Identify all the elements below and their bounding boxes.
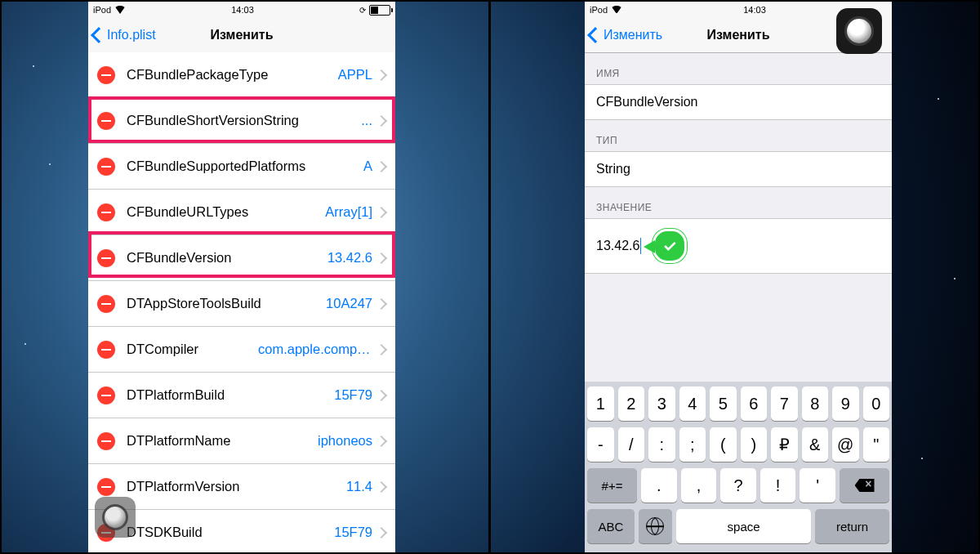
key-;[interactable]: ;: [679, 427, 706, 462]
back-button[interactable]: Info.plist: [93, 28, 156, 42]
chevron-right-icon: [376, 389, 387, 400]
plist-row[interactable]: CFBundleSupportedPlatformsA: [88, 144, 395, 190]
plist-key: DTAppStoreToolsBuild: [127, 296, 261, 311]
lock-icon: ⟳: [359, 6, 366, 15]
key-delete[interactable]: [840, 468, 889, 503]
nav-bar: Info.plist Изменить: [88, 18, 395, 53]
key-mode[interactable]: #+=: [587, 468, 637, 503]
key-abc[interactable]: ABC: [587, 509, 635, 543]
key-/[interactable]: /: [618, 427, 645, 462]
key-space[interactable]: space: [676, 509, 811, 543]
plist-value: 15F79: [334, 525, 372, 540]
key-)[interactable]: ): [741, 427, 768, 462]
delete-icon[interactable]: [97, 203, 115, 221]
key-globe[interactable]: [639, 509, 672, 543]
key-7[interactable]: 7: [771, 386, 798, 421]
name-field[interactable]: CFBundleVersion: [585, 84, 892, 120]
plist-key: DTSDKBuild: [127, 525, 203, 540]
type-field[interactable]: String: [585, 151, 892, 187]
key-3[interactable]: 3: [648, 386, 675, 421]
plist-row[interactable]: DTCompilercom.apple.compil...: [88, 327, 395, 373]
plist-row[interactable]: DTAppStoreToolsBuild10A247: [88, 281, 395, 327]
key-![interactable]: !: [760, 468, 796, 503]
delete-icon[interactable]: [97, 66, 115, 84]
key-.[interactable]: .: [641, 468, 677, 503]
value-field[interactable]: 13.42.6: [585, 218, 892, 274]
plist-value: 10A247: [326, 296, 372, 311]
plist-key: CFBundleURLTypes: [127, 204, 248, 220]
delete-icon: [855, 479, 875, 492]
wifi-icon: [114, 6, 126, 14]
plist-row[interactable]: CFBundleURLTypesArray[1]: [88, 190, 395, 235]
plist-row[interactable]: CFBundleVersion13.42.6: [88, 235, 395, 281]
plist-value: com.apple.compil...: [258, 342, 372, 357]
section-header-name: ИМЯ: [585, 53, 892, 84]
plist-value: Array[1]: [325, 204, 372, 220]
plist-key: DTCompiler: [127, 342, 198, 357]
chevron-right-icon: [376, 160, 387, 172]
plist-key: DTPlatformName: [127, 433, 230, 449]
delete-icon[interactable]: [97, 432, 115, 450]
keyboard: 1234567890 -/:;()₽&@" #+=.,?!' ABCspacer…: [585, 382, 892, 552]
assistive-touch-button[interactable]: [836, 8, 882, 54]
assistive-touch-button[interactable]: [95, 497, 136, 538]
chevron-right-icon: [376, 297, 387, 309]
status-bar: iPod 14:03 ⟳: [88, 2, 395, 18]
key-?[interactable]: ?: [720, 468, 756, 503]
key-4[interactable]: 4: [679, 386, 706, 421]
section-header-value: ЗНАЧЕНИЕ: [585, 187, 892, 218]
plist-row[interactable]: DTPlatformBuild15F79: [88, 373, 395, 418]
key-5[interactable]: 5: [710, 386, 737, 421]
right-screenshot: iPod 14:03 Изменить Изменить ИМЯ CFBundl…: [585, 2, 892, 552]
delete-icon[interactable]: [97, 386, 115, 404]
plist-value: ...: [361, 113, 372, 128]
key-9[interactable]: 9: [832, 386, 859, 421]
key-:[interactable]: :: [648, 427, 675, 462]
plist-key: CFBundleSupportedPlatforms: [127, 159, 305, 174]
key-'[interactable]: ': [800, 468, 835, 503]
plist-value: 11.4: [346, 479, 372, 494]
chevron-right-icon: [376, 480, 387, 492]
chevron-right-icon: [376, 343, 387, 355]
key-&[interactable]: &: [802, 427, 829, 462]
key-([interactable]: (: [710, 427, 737, 462]
assistive-touch-icon: [102, 504, 128, 530]
delete-icon[interactable]: [97, 249, 115, 267]
delete-icon[interactable]: [97, 112, 115, 130]
key-return[interactable]: return: [815, 509, 889, 543]
key-@[interactable]: @: [832, 427, 859, 462]
back-button[interactable]: Изменить: [590, 28, 662, 42]
plist-key: CFBundlePackageType: [127, 67, 268, 83]
key-0[interactable]: 0: [863, 386, 890, 421]
plist-value: 13.42.6: [327, 250, 372, 266]
key-2[interactable]: 2: [618, 386, 645, 421]
key-6[interactable]: 6: [741, 386, 768, 421]
plist-row[interactable]: DTPlatformNameiphoneos: [88, 418, 395, 464]
page-title: Изменить: [211, 28, 274, 42]
key-8[interactable]: 8: [802, 386, 829, 421]
plist-value: iphoneos: [318, 433, 372, 449]
key--[interactable]: -: [587, 427, 614, 462]
section-header-type: ТИП: [585, 120, 892, 151]
plist-row[interactable]: CFBundleShortVersionString...: [88, 98, 395, 144]
key-1[interactable]: 1: [587, 386, 614, 421]
plist-rows[interactable]: CFBundlePackageTypeAPPLCFBundleShortVers…: [88, 52, 395, 552]
delete-icon[interactable]: [97, 295, 115, 313]
key-₽[interactable]: ₽: [771, 427, 798, 462]
plist-key: CFBundleShortVersionString: [127, 113, 299, 128]
wifi-icon: [611, 6, 622, 14]
delete-icon[interactable]: [97, 341, 115, 359]
delete-icon[interactable]: [97, 158, 115, 176]
text-caret: [640, 238, 641, 254]
plist-key: CFBundleVersion: [127, 250, 231, 266]
delete-icon[interactable]: [97, 478, 115, 496]
chevron-right-icon: [376, 252, 387, 263]
key-,[interactable]: ,: [681, 468, 717, 503]
plist-value: 15F79: [334, 387, 372, 403]
chevron-right-icon: [376, 206, 387, 217]
confirm-badge: [653, 229, 687, 263]
key-"[interactable]: ": [863, 427, 890, 462]
chevron-right-icon: [376, 435, 387, 446]
plist-key: DTPlatformVersion: [127, 479, 239, 494]
plist-row[interactable]: CFBundlePackageTypeAPPL: [88, 52, 395, 98]
